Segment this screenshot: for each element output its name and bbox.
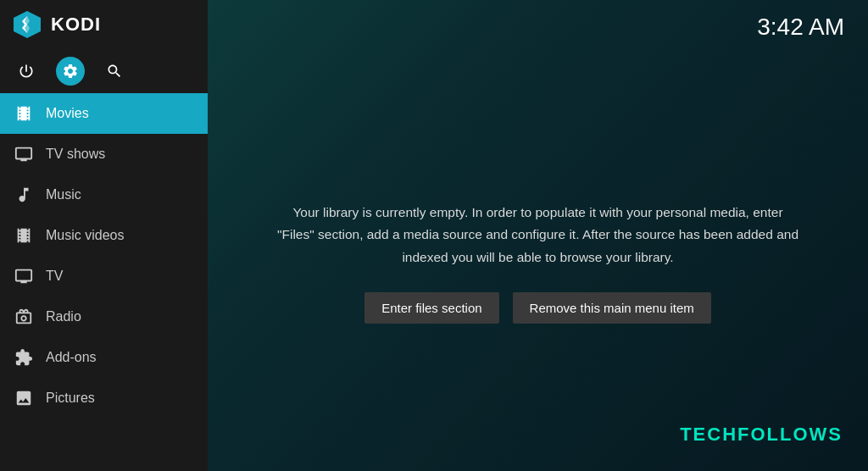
sidebar-item-tv-shows[interactable]: TV shows	[0, 134, 208, 175]
sidebar-item-radio-label: Radio	[46, 309, 81, 324]
clock-display: 3:42 AM	[757, 14, 844, 41]
sidebar-item-music-label: Music	[46, 187, 81, 202]
sidebar-item-add-ons[interactable]: Add-ons	[0, 337, 208, 378]
top-bar: 3:42 AM	[208, 0, 868, 54]
sidebar-item-music[interactable]: Music	[0, 175, 208, 215]
app-title: KODI	[51, 14, 101, 36]
sidebar-item-pictures[interactable]: Pictures	[0, 378, 208, 418]
music-icon	[14, 185, 34, 205]
action-buttons: Enter files section Remove this main men…	[364, 292, 711, 324]
settings-button[interactable]	[56, 57, 85, 86]
sidebar-item-radio[interactable]: Radio	[0, 296, 208, 337]
sidebar-item-tv-shows-label: TV shows	[46, 147, 105, 162]
settings-icon	[62, 63, 79, 80]
content-area: Your library is currently empty. In orde…	[208, 54, 868, 471]
film-icon	[14, 225, 34, 246]
tv-icon	[14, 144, 34, 164]
library-empty-message: Your library is currently empty. In orde…	[275, 202, 800, 269]
main-content: 3:42 AM Your library is currently empty.…	[208, 0, 868, 471]
sidebar-item-add-ons-label: Add-ons	[46, 350, 97, 365]
sidebar-icon-bar	[0, 49, 208, 93]
search-icon	[106, 63, 123, 80]
sidebar-nav: Movies TV shows Music Music videos TV	[0, 93, 208, 471]
sidebar-item-movies-label: Movies	[46, 106, 89, 121]
enter-files-button[interactable]: Enter files section	[364, 292, 498, 324]
radio-icon	[14, 307, 34, 327]
sidebar: KODI Movies	[0, 0, 208, 471]
sidebar-item-music-videos-label: Music videos	[46, 228, 124, 243]
tv2-icon	[14, 266, 34, 286]
sidebar-item-tv-label: TV	[46, 269, 63, 284]
sidebar-item-tv[interactable]: TV	[0, 256, 208, 296]
movies-icon	[14, 103, 34, 124]
sidebar-item-pictures-label: Pictures	[46, 391, 95, 406]
power-button[interactable]	[12, 57, 41, 86]
pictures-icon	[14, 388, 34, 408]
addons-icon	[14, 347, 34, 368]
remove-menu-item-button[interactable]: Remove this main menu item	[513, 292, 711, 324]
sidebar-header: KODI	[0, 0, 208, 49]
kodi-logo-icon	[12, 9, 42, 40]
search-button[interactable]	[100, 57, 129, 86]
watermark: TECHFOLLOWS	[680, 424, 843, 446]
sidebar-item-movies[interactable]: Movies	[0, 93, 208, 134]
sidebar-item-music-videos[interactable]: Music videos	[0, 215, 208, 256]
power-icon	[18, 63, 35, 80]
